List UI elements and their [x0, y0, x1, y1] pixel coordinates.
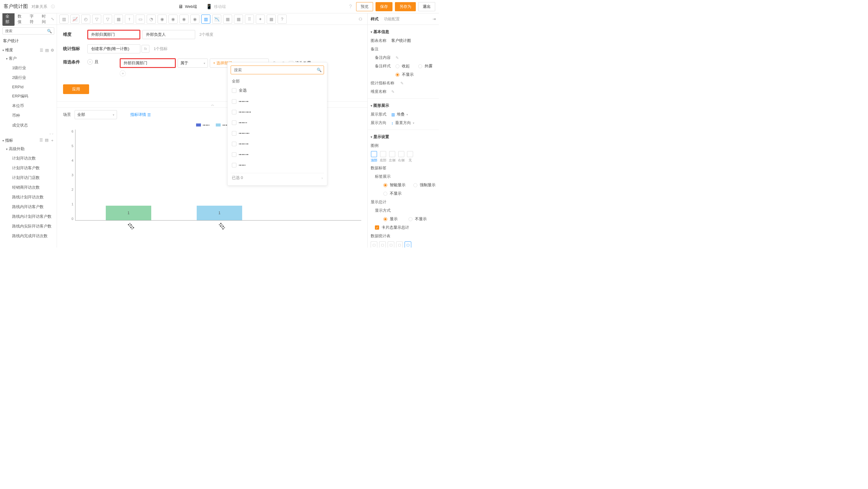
sort-icon[interactable]: ☰ — [40, 48, 43, 53]
filter-icon[interactable]: ▤ — [45, 48, 49, 53]
checkbox[interactable] — [232, 88, 237, 93]
radio-hide[interactable] — [396, 73, 399, 77]
checkbox[interactable] — [232, 110, 237, 114]
dropdown-item[interactable] — [230, 107, 324, 117]
plus-icon[interactable]: ＋ — [50, 138, 54, 143]
tab-mobile[interactable]: 📱 移动端 — [206, 4, 226, 9]
chart-icon[interactable]: ▤ — [45, 138, 49, 143]
dropdown-item[interactable] — [230, 160, 324, 171]
tree-item[interactable]: 路线内完成拜访次数 — [0, 231, 57, 241]
fx-icon[interactable]: fx — [142, 45, 149, 53]
tree-item[interactable]: 路线计划拜访次数 — [0, 192, 57, 202]
legend-item-1[interactable] — [196, 123, 210, 126]
checkbox[interactable] — [232, 142, 237, 146]
dropdown-item[interactable] — [230, 117, 324, 128]
dt-opt-4[interactable]: ▢ — [396, 241, 403, 248]
radio-smart[interactable] — [383, 183, 387, 187]
scene-select[interactable]: 全部 ▾ — [74, 110, 117, 119]
dt-opt-5[interactable]: ▢ — [405, 241, 411, 248]
checkbox[interactable] — [232, 163, 237, 168]
tree-item[interactable]: 计划拜访门店数 — [0, 173, 57, 183]
metric-detail-link[interactable]: 指标详情 ☰ — [130, 112, 151, 117]
chart-kpi-icon[interactable]: ▭ — [136, 15, 145, 24]
radio-expose[interactable] — [418, 64, 422, 68]
radio-force[interactable] — [413, 183, 417, 187]
tree-item[interactable]: 币种 — [0, 111, 57, 120]
exit-button[interactable]: 退出 — [418, 2, 435, 11]
edit-icon[interactable]: ✎ — [396, 56, 399, 60]
tree-item[interactable]: ERP编码 — [0, 91, 57, 101]
chart-map-icon[interactable]: ◉ — [158, 15, 167, 24]
dropdown-item[interactable] — [230, 139, 324, 149]
chart-gauge-icon[interactable]: ◔ — [147, 15, 156, 24]
section-graphic-header[interactable]: ▾ 图形展示 — [371, 101, 436, 110]
tree-item[interactable]: 成交状态 — [0, 120, 57, 130]
checkbox[interactable] — [232, 99, 237, 104]
link-icon[interactable]: ⚇ — [356, 15, 365, 24]
chevron-right-icon[interactable]: › — [321, 176, 323, 180]
tree-customer[interactable]: ▾ 客户 — [0, 54, 57, 63]
bar-1[interactable]: 1 — [106, 206, 151, 220]
edit-icon[interactable]: ✎ — [391, 89, 395, 94]
radio-collapse[interactable] — [396, 64, 399, 68]
metric-pill-1[interactable]: 创建客户数(唯一计数) — [87, 44, 140, 53]
chart-globe-icon[interactable]: ◉ — [179, 15, 188, 24]
chart-globe2-icon[interactable]: ◉ — [190, 15, 199, 24]
tab-char[interactable]: 字符 — [27, 13, 39, 26]
radio-label-hide[interactable] — [383, 192, 387, 196]
dt-opt-2[interactable]: ▢ — [379, 241, 386, 248]
dropdown-item[interactable] — [230, 96, 324, 107]
chart-map2-icon[interactable]: ◉ — [168, 15, 178, 24]
chart-pivot-icon[interactable]: ▦ — [223, 15, 232, 24]
chart-bar-icon[interactable]: ▥ — [59, 15, 68, 24]
tree-item[interactable]: 路线内实际拜访客户数 — [0, 222, 57, 231]
tree-item[interactable]: 路线内拜访客户数 — [0, 202, 57, 212]
checkbox[interactable] — [232, 131, 237, 136]
tree-item[interactable]: 1级行业 — [0, 63, 57, 73]
dropdown-all[interactable]: 全部 — [230, 77, 324, 86]
display-form-select[interactable]: ▥ 堆叠 ▾ — [391, 112, 408, 117]
tree-item[interactable]: 本位币 — [0, 101, 57, 111]
dt-opt-1[interactable]: ▢ — [371, 241, 377, 248]
dropdown-search-input[interactable] — [230, 65, 324, 74]
edit-icon[interactable]: ✎ — [400, 81, 404, 86]
chart-table-icon[interactable]: ▦ — [114, 15, 123, 24]
tree-item[interactable]: 2级行业 — [0, 73, 57, 83]
chart-stackbar-icon[interactable]: ▥ — [201, 15, 210, 24]
tree-item[interactable]: 计划拜访次数 — [0, 153, 57, 163]
tree-item[interactable]: 计划拜访客户数 — [0, 163, 57, 173]
add-filter-icon[interactable]: ＋ — [120, 70, 126, 77]
chart-radar-icon[interactable]: ✦ — [256, 15, 265, 24]
legend-item-2[interactable] — [216, 123, 228, 126]
filter-field[interactable]: 外部归属部门 — [120, 58, 176, 68]
dropdown-select-all[interactable]: 全选 — [230, 86, 324, 95]
pos-right[interactable]: 右侧 — [398, 151, 405, 163]
checkbox[interactable] — [232, 152, 237, 157]
tab-time[interactable]: 时间 — [39, 13, 51, 26]
tab-function[interactable]: 功能配置 — [384, 17, 400, 22]
bar-2[interactable]: 1 — [197, 206, 242, 220]
saveas-button[interactable]: 另存为 — [395, 2, 416, 11]
help-icon[interactable]: ⓘ — [51, 4, 55, 9]
checkbox[interactable] — [232, 120, 237, 125]
help-circle-icon[interactable]: ? — [349, 4, 352, 9]
chart-funnel-icon[interactable]: ▽ — [92, 15, 101, 24]
pos-top[interactable]: 顶部 — [371, 151, 377, 163]
tab-style[interactable]: 样式 — [371, 17, 378, 22]
chart-clock-icon[interactable]: ◴ — [81, 15, 90, 24]
search-input[interactable] — [2, 27, 54, 35]
expand-right-icon[interactable]: ⇥ — [433, 17, 436, 21]
display-dir-select[interactable]: ↕ 垂直方向 ▾ — [391, 120, 414, 125]
chart-combo-icon[interactable]: ⫯ — [125, 15, 134, 24]
dim-pill-2[interactable]: 外部负责人 — [142, 30, 195, 39]
page-subtitle[interactable]: 对象关系 — [32, 4, 47, 9]
apply-button[interactable]: 应用 — [63, 84, 89, 94]
dimension-header[interactable]: ▾ 维度 ☰ ▤ ⚙ — [0, 46, 57, 54]
chart-area-icon[interactable]: 📉 — [212, 15, 221, 24]
dropdown-item[interactable] — [230, 128, 324, 139]
tree-item[interactable]: ERPId — [0, 83, 57, 91]
metric-header[interactable]: ▾ 指标 ☰ ▤ ＋ — [0, 137, 57, 144]
tab-all[interactable]: 全部 — [2, 13, 14, 26]
chart-help-icon[interactable]: ? — [278, 15, 287, 24]
checkbox-card-total[interactable]: ✓ — [375, 225, 379, 230]
